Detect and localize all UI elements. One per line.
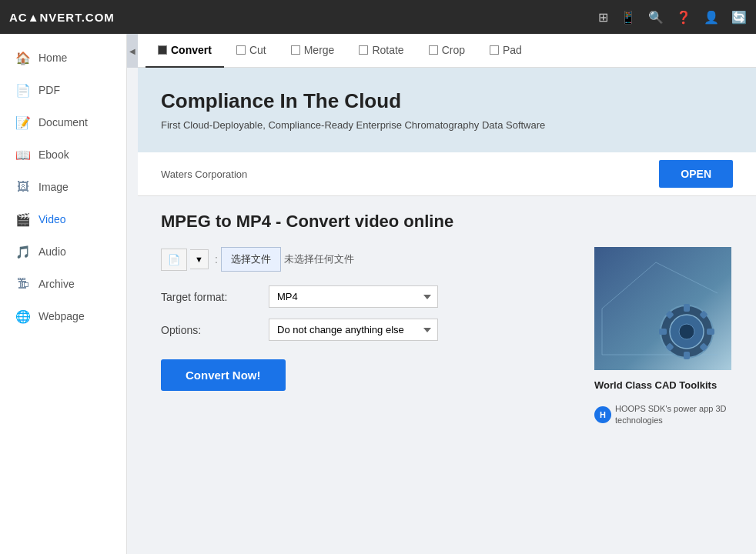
file-icon-button[interactable]: 📄 <box>161 249 187 271</box>
sidebar-item-pdf[interactable]: 📄 PDF <box>0 74 126 106</box>
search-icon[interactable]: 🔍 <box>648 10 664 25</box>
sidebar-label-ebook: Ebook <box>38 149 69 161</box>
options-label: Options: <box>161 324 261 336</box>
mobile-icon[interactable]: 📱 <box>621 10 636 25</box>
ad-text: Compliance In The Cloud First Cloud-Depl… <box>161 89 545 131</box>
choose-file-label[interactable]: 选择文件 <box>221 247 281 272</box>
options-row: Options: Do not change anything else Cus… <box>161 319 579 341</box>
sidebar-item-image[interactable]: 🖼 Image <box>0 171 126 203</box>
user-icon[interactable]: 👤 <box>704 10 719 25</box>
target-format-select[interactable]: MP4 AVI MOV MKV WMV FLV WebM 3GP <box>269 285 438 308</box>
tab-crop-label: Crop <box>442 44 465 56</box>
tab-merge-label: Merge <box>304 44 335 56</box>
sidebar-label-image: Image <box>38 181 69 193</box>
tab-crop[interactable]: Crop <box>416 34 477 68</box>
convert-checkbox <box>158 45 167 55</box>
main-content: Convert Cut Merge Rotate Crop Pad <box>138 34 756 554</box>
refresh-icon[interactable]: 🔄 <box>731 10 747 25</box>
svg-point-7 <box>679 324 694 339</box>
tab-pad[interactable]: Pad <box>477 34 534 68</box>
crop-checkbox <box>429 45 438 55</box>
tool-left: 📄 ▼ : 选择文件 未选择任何文件 Target format: M <box>161 247 579 427</box>
site-logo[interactable]: AC▲NVERT.COM <box>9 11 115 24</box>
svg-rect-11 <box>707 329 714 335</box>
tab-pad-label: Pad <box>503 44 522 56</box>
layout: 🏠 Home 📄 PDF 📝 Document 📖 Ebook 🖼 Image … <box>0 34 756 554</box>
ad-title: Compliance In The Cloud <box>161 89 545 113</box>
ad-bottom: Waters Corporation OPEN <box>138 152 756 196</box>
ad-open-button[interactable]: OPEN <box>659 160 733 188</box>
sidebar-label-document: Document <box>38 116 88 128</box>
grid-icon[interactable]: ⊞ <box>598 10 608 25</box>
target-format-label: Target format: <box>161 291 261 303</box>
content-area: Compliance In The Cloud First Cloud-Depl… <box>138 68 756 554</box>
audio-icon: 🎵 <box>15 244 31 259</box>
rotate-checkbox <box>359 45 368 55</box>
page-title-area: MPEG to MP4 - Convert video online <box>138 196 756 239</box>
target-format-row: Target format: MP4 AVI MOV MKV WMV FLV W… <box>161 285 579 308</box>
tool-right-ad: World Class CAD Toolkits H HOOPS SDK's p… <box>594 247 733 427</box>
header-icons: ⊞ 📱 🔍 ❓ 👤 🔄 <box>598 10 747 25</box>
ad-banner: Compliance In The Cloud First Cloud-Depl… <box>138 68 756 152</box>
tab-rotate[interactable]: Rotate <box>346 34 416 68</box>
right-ad-image <box>594 247 731 370</box>
header: AC▲NVERT.COM ⊞ 📱 🔍 ❓ 👤 🔄 <box>0 0 756 34</box>
file-dropdown-arrow[interactable]: ▼ <box>190 249 209 269</box>
document-icon: 📝 <box>15 115 31 130</box>
right-ad-logo: H <box>594 406 611 423</box>
svg-rect-10 <box>659 329 667 335</box>
page-title: MPEG to MP4 - Convert video online <box>161 212 733 232</box>
sidebar-label-home: Home <box>38 52 67 64</box>
sidebar-item-ebook[interactable]: 📖 Ebook <box>0 138 126 171</box>
pad-checkbox <box>490 45 499 55</box>
colon-separator: : <box>215 253 218 265</box>
merge-checkbox <box>291 45 300 55</box>
webpage-icon: 🌐 <box>15 309 31 324</box>
home-icon: 🏠 <box>15 50 31 65</box>
tab-cut-label: Cut <box>249 44 266 56</box>
archive-icon: 🗜 <box>15 276 31 292</box>
ebook-icon: 📖 <box>15 147 31 162</box>
sidebar-label-webpage: Webpage <box>38 310 85 322</box>
tab-convert[interactable]: Convert <box>146 34 224 68</box>
tab-convert-label: Convert <box>171 44 212 56</box>
pdf-icon: 📄 <box>15 82 31 98</box>
tab-rotate-label: Rotate <box>372 44 403 56</box>
tool-area: 📄 ▼ : 选择文件 未选择任何文件 Target format: M <box>138 239 756 442</box>
help-icon[interactable]: ❓ <box>676 10 691 25</box>
options-select[interactable]: Do not change anything else Custom setti… <box>269 319 438 341</box>
cad-illustration <box>594 247 731 370</box>
svg-rect-8 <box>684 304 690 312</box>
sidebar-label-video: Video <box>38 213 66 225</box>
right-ad-title: World Class CAD Toolkits <box>594 376 733 394</box>
sidebar-label-pdf: PDF <box>38 84 60 96</box>
file-input-row: 📄 ▼ : 选择文件 未选择任何文件 <box>161 247 579 272</box>
right-ad-description: HOOPS SDK's power app 3D technologies <box>615 403 733 427</box>
sidebar-label-audio: Audio <box>38 245 66 258</box>
convert-button[interactable]: Convert Now! <box>161 359 286 391</box>
tabs-bar: Convert Cut Merge Rotate Crop Pad <box>138 34 756 68</box>
sidebar-toggle[interactable]: ◀ <box>127 34 138 68</box>
sidebar-label-archive: Archive <box>38 278 75 290</box>
sidebar-item-document[interactable]: 📝 Document <box>0 106 126 138</box>
sidebar-item-audio[interactable]: 🎵 Audio <box>0 235 126 268</box>
cut-checkbox <box>236 45 246 55</box>
image-icon: 🖼 <box>15 179 31 195</box>
sidebar: 🏠 Home 📄 PDF 📝 Document 📖 Ebook 🖼 Image … <box>0 34 127 554</box>
choose-file-text: 选择文件 <box>231 253 271 265</box>
ad-company: Waters Corporation <box>161 169 247 180</box>
sidebar-item-home[interactable]: 🏠 Home <box>0 42 126 74</box>
sidebar-item-video[interactable]: 🎬 Video <box>0 203 126 235</box>
ad-subtitle: First Cloud-Deployable, Compliance-Ready… <box>161 119 545 131</box>
tab-cut[interactable]: Cut <box>224 34 279 68</box>
file-status: 未选择任何文件 <box>284 248 354 271</box>
sidebar-item-webpage[interactable]: 🌐 Webpage <box>0 300 126 332</box>
sidebar-item-archive[interactable]: 🗜 Archive <box>0 268 126 300</box>
right-ad-footer: H HOOPS SDK's power app 3D technologies <box>594 403 733 427</box>
svg-rect-9 <box>684 352 690 359</box>
tab-merge[interactable]: Merge <box>279 34 347 68</box>
video-icon: 🎬 <box>15 212 31 227</box>
